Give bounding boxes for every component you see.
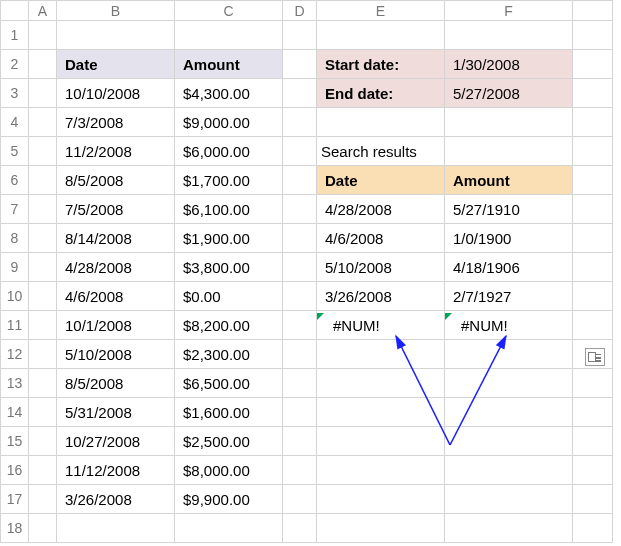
cell[interactable] [317, 340, 445, 369]
cell[interactable]: $1,700.00 [175, 166, 283, 195]
cell[interactable] [29, 456, 57, 485]
cell[interactable] [317, 514, 445, 543]
cell[interactable] [283, 340, 317, 369]
cell[interactable]: 10/1/2008 [57, 311, 175, 340]
cell[interactable] [317, 369, 445, 398]
main-header-date[interactable]: Date [57, 50, 175, 79]
col-header-A[interactable]: A [29, 1, 57, 21]
cell[interactable] [283, 311, 317, 340]
cell[interactable] [445, 340, 573, 369]
cell[interactable]: 11/12/2008 [57, 456, 175, 485]
main-header-amount[interactable]: Amount [175, 50, 283, 79]
cell[interactable]: 7/5/2008 [57, 195, 175, 224]
cell[interactable]: $4,300.00 [175, 79, 283, 108]
cell[interactable] [283, 398, 317, 427]
cell[interactable] [283, 282, 317, 311]
row-header[interactable]: 4 [1, 108, 29, 137]
cell[interactable] [29, 21, 57, 50]
cell[interactable]: 11/2/2008 [57, 137, 175, 166]
cell[interactable] [29, 340, 57, 369]
row-header[interactable]: 16 [1, 456, 29, 485]
corner-select-all[interactable] [1, 1, 29, 21]
cell[interactable] [573, 485, 613, 514]
cell[interactable] [175, 21, 283, 50]
cell[interactable] [573, 398, 613, 427]
cell[interactable] [57, 21, 175, 50]
cell[interactable] [57, 514, 175, 543]
cell[interactable] [283, 50, 317, 79]
results-header-date[interactable]: Date [317, 166, 445, 195]
cell[interactable]: 4/6/2008 [317, 224, 445, 253]
cell[interactable]: 10/10/2008 [57, 79, 175, 108]
cell[interactable]: $1,900.00 [175, 224, 283, 253]
cell[interactable] [29, 108, 57, 137]
results-header-amount[interactable]: Amount [445, 166, 573, 195]
cell[interactable]: $9,900.00 [175, 485, 283, 514]
col-header-blank[interactable] [573, 1, 613, 21]
error-cell[interactable]: #NUM! [445, 311, 573, 340]
cell[interactable] [573, 311, 613, 340]
cell[interactable] [29, 195, 57, 224]
row-header[interactable]: 3 [1, 79, 29, 108]
row-header[interactable]: 12 [1, 340, 29, 369]
cell[interactable] [283, 427, 317, 456]
cell[interactable]: 5/10/2008 [317, 253, 445, 282]
end-date-label[interactable]: End date: [317, 79, 445, 108]
row-header[interactable]: 15 [1, 427, 29, 456]
cell[interactable] [283, 514, 317, 543]
cell[interactable] [29, 79, 57, 108]
cell[interactable]: 3/26/2008 [317, 282, 445, 311]
cell[interactable] [573, 282, 613, 311]
row-header[interactable]: 5 [1, 137, 29, 166]
col-header-C[interactable]: C [175, 1, 283, 21]
cell[interactable] [573, 224, 613, 253]
cell[interactable] [29, 137, 57, 166]
cell[interactable] [29, 50, 57, 79]
cell[interactable]: $8,000.00 [175, 456, 283, 485]
cell[interactable] [573, 21, 613, 50]
cell[interactable] [573, 108, 613, 137]
row-header[interactable]: 1 [1, 21, 29, 50]
cell[interactable] [445, 485, 573, 514]
cell[interactable] [573, 137, 613, 166]
cell[interactable]: $6,000.00 [175, 137, 283, 166]
cell[interactable] [283, 485, 317, 514]
row-header[interactable]: 6 [1, 166, 29, 195]
row-header[interactable]: 8 [1, 224, 29, 253]
row-header[interactable]: 11 [1, 311, 29, 340]
cell[interactable] [283, 224, 317, 253]
cell[interactable] [445, 427, 573, 456]
cell[interactable] [29, 166, 57, 195]
cell[interactable]: 1/0/1900 [445, 224, 573, 253]
cell[interactable]: $8,200.00 [175, 311, 283, 340]
col-header-F[interactable]: F [445, 1, 573, 21]
cell[interactable] [283, 79, 317, 108]
col-header-B[interactable]: B [57, 1, 175, 21]
cell[interactable] [29, 253, 57, 282]
cell[interactable]: 8/14/2008 [57, 224, 175, 253]
cell[interactable] [445, 514, 573, 543]
cell[interactable]: $1,600.00 [175, 398, 283, 427]
row-header[interactable]: 10 [1, 282, 29, 311]
cell[interactable] [283, 369, 317, 398]
cell[interactable]: $9,000.00 [175, 108, 283, 137]
cell[interactable]: $2,300.00 [175, 340, 283, 369]
cell[interactable] [283, 108, 317, 137]
cell[interactable] [573, 166, 613, 195]
start-date-label[interactable]: Start date: [317, 50, 445, 79]
cell[interactable] [283, 456, 317, 485]
error-cell[interactable]: #NUM! [317, 311, 445, 340]
error-indicator-icon[interactable] [445, 313, 452, 320]
cell[interactable] [317, 108, 445, 137]
cell[interactable]: 8/5/2008 [57, 166, 175, 195]
cell[interactable] [573, 369, 613, 398]
row-header[interactable]: 7 [1, 195, 29, 224]
cell[interactable] [573, 253, 613, 282]
cell[interactable] [29, 485, 57, 514]
row-header[interactable]: 9 [1, 253, 29, 282]
end-date-value[interactable]: 5/27/2008 [445, 79, 573, 108]
cell[interactable] [445, 21, 573, 50]
cell[interactable] [29, 398, 57, 427]
cell[interactable]: 3/26/2008 [57, 485, 175, 514]
cell[interactable]: 2/7/1927 [445, 282, 573, 311]
